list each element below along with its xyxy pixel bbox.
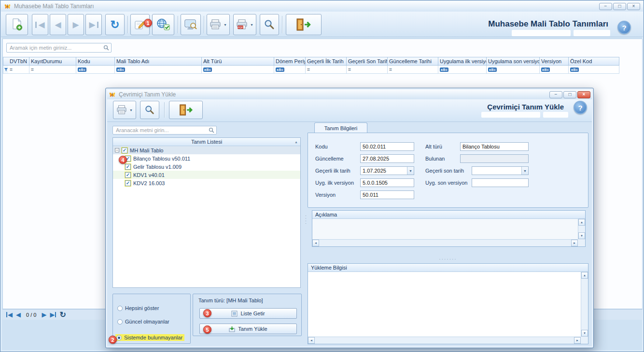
pager-refresh-button[interactable]: ↻ bbox=[59, 311, 66, 319]
filter-cell[interactable]: aBc bbox=[569, 66, 619, 74]
filter-cell[interactable]: = bbox=[8, 66, 29, 74]
previous-record-button[interactable]: ◀ bbox=[50, 14, 66, 35]
horizontal-splitter[interactable]: ······· bbox=[419, 257, 477, 262]
tree-node[interactable]: ✓ Bilanço Tablosu v50.011 bbox=[113, 154, 300, 162]
radio-icon[interactable] bbox=[117, 319, 123, 325]
liste-getir-button[interactable]: Liste Getir bbox=[199, 308, 297, 319]
field-combo-gecerli-ilk[interactable]: ▼ bbox=[360, 166, 414, 175]
radio-not-in-system[interactable]: Sistemde bulunmayanlar bbox=[115, 334, 184, 341]
dialog-maximize-button[interactable]: □ bbox=[563, 91, 576, 98]
field-input-versiyon[interactable] bbox=[360, 190, 414, 199]
pager-first-button[interactable]: ◀ bbox=[6, 311, 13, 318]
radio-not-current[interactable]: Güncel olmayanlar bbox=[117, 319, 169, 325]
dialog-close-button[interactable]: × bbox=[577, 91, 590, 98]
collapse-icon[interactable]: − bbox=[115, 148, 119, 152]
scroll-right-icon[interactable]: ► bbox=[571, 240, 578, 246]
vertical-scrollbar[interactable]: ▲ ▼ bbox=[581, 272, 588, 337]
chevron-down-icon[interactable]: ▼ bbox=[407, 167, 414, 175]
dialog-exit-button[interactable] bbox=[169, 101, 203, 119]
column-header[interactable]: Güncelleme Tarihi bbox=[388, 57, 438, 66]
pdf-export-button[interactable]: PDF ▼ bbox=[233, 14, 256, 35]
column-header[interactable]: Versiyon bbox=[540, 57, 569, 66]
column-header[interactable]: Özel Kod bbox=[569, 57, 619, 66]
dialog-tools-button[interactable] bbox=[140, 101, 159, 119]
search-input[interactable] bbox=[6, 43, 112, 53]
column-header[interactable]: DVTbN bbox=[8, 57, 29, 66]
filter-cell[interactable]: = bbox=[29, 66, 76, 74]
tanim-yukle-button[interactable]: Tanım Yükle bbox=[199, 324, 297, 334]
column-header[interactable]: Uygulama son versiyon bbox=[487, 57, 540, 66]
filter-cell[interactable]: = bbox=[306, 66, 347, 74]
refresh-button[interactable]: ↻ bbox=[105, 14, 125, 35]
column-header[interactable]: Geçerli Son Tarih bbox=[347, 57, 388, 66]
exit-button[interactable] bbox=[286, 14, 322, 35]
tree-node[interactable]: ✓ KDV1 v40.01 bbox=[113, 171, 300, 179]
field-input-uyg-son[interactable] bbox=[472, 178, 529, 187]
scroll-left-icon[interactable]: ◄ bbox=[308, 337, 315, 344]
field-input-kodu[interactable] bbox=[360, 142, 414, 151]
checkbox-checked[interactable]: ✓ bbox=[125, 164, 131, 170]
last-record-button[interactable]: ▶ bbox=[85, 14, 102, 35]
close-button[interactable]: × bbox=[627, 3, 640, 10]
filter-cell[interactable]: aBc bbox=[274, 66, 306, 74]
scroll-right-icon[interactable]: ► bbox=[574, 337, 581, 344]
filter-cell[interactable]: aBc bbox=[540, 66, 569, 74]
pager-next-button[interactable]: ▶ bbox=[42, 311, 46, 318]
vertical-scrollbar[interactable]: ▲ ▼ bbox=[578, 219, 585, 239]
maximize-button[interactable]: □ bbox=[613, 3, 626, 10]
filter-cell[interactable]: aBc bbox=[115, 66, 202, 74]
column-header[interactable]: Geçerli İlk Tarih bbox=[306, 57, 347, 66]
help-button[interactable]: ? bbox=[617, 21, 631, 34]
radio-selected-icon[interactable] bbox=[116, 335, 122, 340]
column-header[interactable]: Dönem Periy bbox=[274, 57, 306, 66]
online-definitions-button[interactable] bbox=[152, 14, 174, 35]
combo-input[interactable] bbox=[360, 166, 414, 175]
column-header[interactable]: Mali Tablo Adı bbox=[115, 57, 202, 66]
dialog-search-input[interactable] bbox=[112, 126, 217, 135]
tree-node[interactable]: ✓ Gelir Tablosu v1.009 bbox=[113, 162, 300, 171]
tree-node[interactable]: ✓ KDV2 16.003 bbox=[113, 179, 300, 187]
aciklama-textarea[interactable]: ▲ ▼ ◄ ► bbox=[312, 219, 585, 246]
filter-cell[interactable]: aBc bbox=[487, 66, 540, 74]
scroll-up-icon[interactable]: ▲ bbox=[578, 219, 585, 226]
column-header[interactable]: Uygulama ilk versiyon bbox=[438, 57, 487, 66]
field-input-uyg-ilk[interactable] bbox=[360, 178, 414, 187]
first-record-button[interactable]: ◀ bbox=[32, 14, 48, 35]
new-record-button[interactable] bbox=[6, 14, 28, 35]
scroll-down-icon[interactable]: ▼ bbox=[581, 330, 588, 337]
filter-cell[interactable]: = bbox=[388, 66, 438, 74]
print-button[interactable]: ▼ bbox=[207, 14, 230, 35]
tab-tanim-bilgileri[interactable]: Tanım Bilgileri bbox=[314, 122, 367, 133]
radio-icon[interactable] bbox=[117, 306, 123, 311]
radio-show-all[interactable]: Hepsini göster bbox=[117, 305, 159, 311]
horizontal-scrollbar[interactable]: ◄ ► bbox=[308, 337, 581, 344]
horizontal-scrollbar[interactable]: ◄ ► bbox=[312, 239, 578, 246]
minimize-button[interactable]: − bbox=[599, 3, 612, 10]
combo-input[interactable] bbox=[472, 166, 529, 175]
scroll-down-icon[interactable]: ▼ bbox=[578, 232, 585, 239]
preview-button[interactable] bbox=[181, 14, 201, 35]
dialog-help-button[interactable]: ? bbox=[574, 101, 587, 114]
checkbox-checked[interactable]: ✓ bbox=[125, 172, 131, 178]
filter-cell[interactable]: = bbox=[347, 66, 388, 74]
dialog-minimize-button[interactable]: − bbox=[549, 91, 562, 98]
scroll-left-icon[interactable]: ◄ bbox=[312, 240, 319, 246]
scroll-up-icon[interactable]: ▲ bbox=[581, 272, 588, 279]
checkbox-checked[interactable]: ✓ bbox=[122, 148, 127, 153]
filter-cell[interactable]: aBc bbox=[438, 66, 487, 74]
column-header[interactable]: Kodu bbox=[76, 57, 115, 66]
pdf-dropdown-icon[interactable]: ▼ bbox=[250, 23, 253, 27]
field-input-alt-turu[interactable] bbox=[460, 142, 529, 151]
dialog-print-button[interactable]: ▼ bbox=[113, 101, 136, 119]
pager-previous-button[interactable]: ◀ bbox=[16, 311, 21, 318]
chevron-down-icon[interactable]: ▼ bbox=[521, 167, 528, 175]
column-header[interactable]: KayıtDurumu bbox=[29, 57, 76, 66]
filter-cell[interactable]: aBc bbox=[76, 66, 115, 74]
tree-node-root[interactable]: − ✓ MH Mali Tablo bbox=[113, 146, 300, 154]
tools-button[interactable] bbox=[260, 14, 279, 35]
tree-header[interactable]: Tanım Listesi▲ bbox=[113, 138, 300, 146]
vertical-splitter[interactable]: ···· bbox=[303, 215, 308, 225]
pager-last-button[interactable]: ▶ bbox=[50, 311, 56, 318]
checkbox-checked[interactable]: ✓ bbox=[125, 180, 131, 186]
yukleme-bilgisi-log[interactable]: ▲ ▼ ◄ ► bbox=[308, 272, 588, 344]
